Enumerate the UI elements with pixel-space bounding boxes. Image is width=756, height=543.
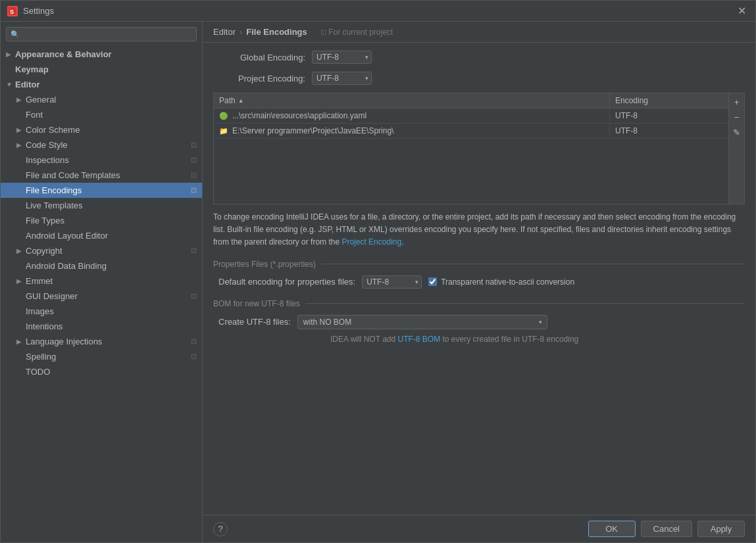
search-input[interactable] — [22, 30, 192, 39]
sidebar-item-live-templates[interactable]: Live Templates — [1, 198, 202, 213]
sidebar-item-file-types[interactable]: File Types — [1, 213, 202, 228]
header-path: Path ▲ — [214, 93, 610, 108]
sidebar-item-emmet[interactable]: ▶ Emmet — [1, 273, 202, 289]
sidebar-label-intentions: Intentions — [26, 321, 197, 331]
project-encoding-select-wrapper: UTF-8 UTF-16 ISO-8859-1 ▾ — [312, 72, 372, 85]
transparent-conversion-checkbox[interactable] — [428, 277, 437, 286]
sidebar-item-intentions[interactable]: Intentions — [1, 319, 202, 334]
table-header: Path ▲ Encoding — [214, 93, 728, 108]
bom-section-content: Create UTF-8 files: with NO BOM with BOM… — [213, 315, 745, 344]
sidebar-label-file-encodings: File Encodings — [26, 185, 188, 195]
help-button[interactable]: ? — [213, 522, 228, 536]
panel-content: Global Encoding: UTF-8 UTF-16 ISO-8859-1… — [203, 43, 755, 515]
properties-section-header: Properties Files (*.properties) — [213, 260, 745, 269]
copy-icon: ⊡ — [191, 292, 197, 300]
path-value-0: ...\src\main\resources\application.yaml — [232, 111, 366, 120]
sidebar-label-editor: Editor — [15, 80, 197, 89]
cell-path-1: 📁 E:\Server programmer\Project\JavaEE\Sp… — [214, 124, 610, 138]
sidebar-label-inspections: Inspections — [26, 155, 188, 165]
svg-text:S: S — [10, 9, 14, 15]
cancel-button[interactable]: Cancel — [641, 521, 692, 537]
sidebar-item-inspections[interactable]: Inspections ⊡ — [1, 153, 202, 168]
section-divider — [305, 303, 745, 304]
sidebar-item-editor[interactable]: ▼ Editor — [1, 77, 202, 92]
sidebar-item-file-encodings[interactable]: File Encodings ⊡ — [1, 183, 202, 198]
cell-path-0: 🟢 ...\src\main\resources\application.yam… — [214, 108, 610, 123]
sidebar-item-color-scheme[interactable]: ▶ Color Scheme — [1, 122, 202, 137]
sidebar-item-android-data[interactable]: Android Data Binding — [1, 258, 202, 273]
table-action-buttons: + − ✎ — [728, 93, 744, 204]
global-encoding-label: Global Encoding: — [213, 53, 305, 62]
table-body: 🟢 ...\src\main\resources\application.yam… — [214, 108, 728, 204]
arrow-icon: ▶ — [16, 338, 26, 345]
sidebar-item-code-style[interactable]: ▶ Code Style ⊡ — [1, 137, 202, 153]
sidebar-label-file-code-templates: File and Code Templates — [26, 170, 188, 180]
titlebar: S Settings ✕ — [1, 1, 755, 22]
app-icon: S — [7, 6, 18, 16]
window-title: Settings — [23, 6, 735, 16]
copy-icon: ⊡ — [191, 247, 197, 255]
breadcrumb-arrow-icon: › — [239, 27, 242, 37]
arrow-icon: ▶ — [16, 141, 26, 149]
search-box[interactable]: 🔍 — [6, 27, 197, 41]
dialog-footer: ? OK Cancel Apply — [203, 515, 755, 542]
remove-row-button[interactable]: − — [730, 111, 743, 125]
sidebar-label-appearance: Appearance & Behavior — [15, 49, 197, 59]
sidebar-item-copyright[interactable]: ▶ Copyright ⊡ — [1, 243, 202, 258]
sidebar-item-appearance[interactable]: ▶ Appearance & Behavior — [1, 47, 202, 62]
settings-dialog: S Settings ✕ 🔍 ▶ Appearance & Behavior K… — [0, 0, 756, 543]
utf8-bom-link[interactable]: UTF-8 BOM — [397, 335, 440, 344]
arrow-icon: ▶ — [16, 247, 26, 254]
header-path-label: Path — [219, 96, 236, 105]
bom-select[interactable]: with NO BOM with BOM with BOM if Windows — [297, 315, 547, 329]
sidebar-item-file-code-templates[interactable]: File and Code Templates ⊡ — [1, 168, 202, 183]
project-encoding-label: Project Encoding: — [213, 74, 305, 83]
sidebar-item-keymap[interactable]: Keymap — [1, 62, 202, 77]
props-encoding-select-wrapper: UTF-8 UTF-16 ISO-8859-1 ▾ — [362, 275, 422, 289]
props-encoding-select[interactable]: UTF-8 UTF-16 ISO-8859-1 — [362, 275, 422, 289]
sidebar-item-spelling[interactable]: Spelling ⊡ — [1, 349, 202, 364]
default-encoding-row: Default encoding for properties files: U… — [218, 275, 745, 289]
folder-icon: 📁 — [219, 127, 228, 135]
main-panel: Editor › File Encodings ⊡ For current pr… — [203, 22, 755, 542]
search-icon: 🔍 — [11, 30, 20, 39]
global-encoding-select[interactable]: UTF-8 UTF-16 ISO-8859-1 — [312, 51, 372, 64]
project-encoding-select[interactable]: UTF-8 UTF-16 ISO-8859-1 — [312, 72, 372, 85]
apply-button[interactable]: Apply — [697, 521, 745, 537]
table-row[interactable]: 🟢 ...\src\main\resources\application.yam… — [214, 108, 728, 124]
sidebar-item-gui-designer[interactable]: GUI Designer ⊡ — [1, 289, 202, 304]
sidebar-label-todo: TODO — [26, 367, 197, 377]
edit-row-button[interactable]: ✎ — [730, 126, 743, 140]
bom-note-prefix: IDEA will NOT add — [330, 335, 397, 344]
copy-icon: ⊡ — [191, 171, 197, 179]
close-button[interactable]: ✕ — [735, 5, 749, 17]
sidebar-label-android-data: Android Data Binding — [26, 261, 197, 271]
sidebar-label-images: Images — [26, 306, 197, 316]
cell-encoding-1: UTF-8 — [610, 124, 728, 138]
properties-section-label: Properties Files (*.properties) — [213, 260, 316, 269]
sidebar-label-spelling: Spelling — [26, 352, 188, 362]
table-row[interactable]: 📁 E:\Server programmer\Project\JavaEE\Sp… — [214, 124, 728, 139]
project-encoding-link[interactable]: Project Encoding — [341, 237, 401, 247]
sidebar-item-general[interactable]: ▶ General — [1, 92, 202, 107]
arrow-icon: ▶ — [16, 126, 26, 133]
arrow-icon: ▶ — [16, 96, 26, 103]
copy-icon: ⊡ — [191, 186, 197, 195]
sidebar-label-file-types: File Types — [26, 216, 197, 225]
add-row-button[interactable]: + — [730, 96, 743, 110]
file-encoding-table-wrapper: Path ▲ Encoding 🟢 ...\src\ma — [213, 93, 745, 204]
copy-icon: ⊡ — [191, 337, 197, 346]
yaml-file-icon: 🟢 — [219, 112, 228, 120]
sidebar-item-images[interactable]: Images — [1, 304, 202, 319]
breadcrumb-current: File Encodings — [246, 27, 307, 37]
sidebar-item-todo[interactable]: TODO — [1, 364, 202, 379]
sidebar-item-font[interactable]: Font — [1, 107, 202, 122]
sidebar-item-android-layout[interactable]: Android Layout Editor — [1, 228, 202, 243]
sidebar: 🔍 ▶ Appearance & Behavior Keymap ▼ Edito… — [1, 22, 203, 542]
sidebar-item-language-injections[interactable]: ▶ Language Injections ⊡ — [1, 334, 202, 349]
sidebar-label-copyright: Copyright — [26, 246, 188, 256]
ok-button[interactable]: OK — [588, 521, 636, 537]
sidebar-label-general: General — [26, 95, 197, 105]
bom-note: IDEA will NOT add UTF-8 BOM to every cre… — [330, 335, 745, 344]
bom-section-label: BOM for new UTF-8 files — [213, 299, 300, 308]
